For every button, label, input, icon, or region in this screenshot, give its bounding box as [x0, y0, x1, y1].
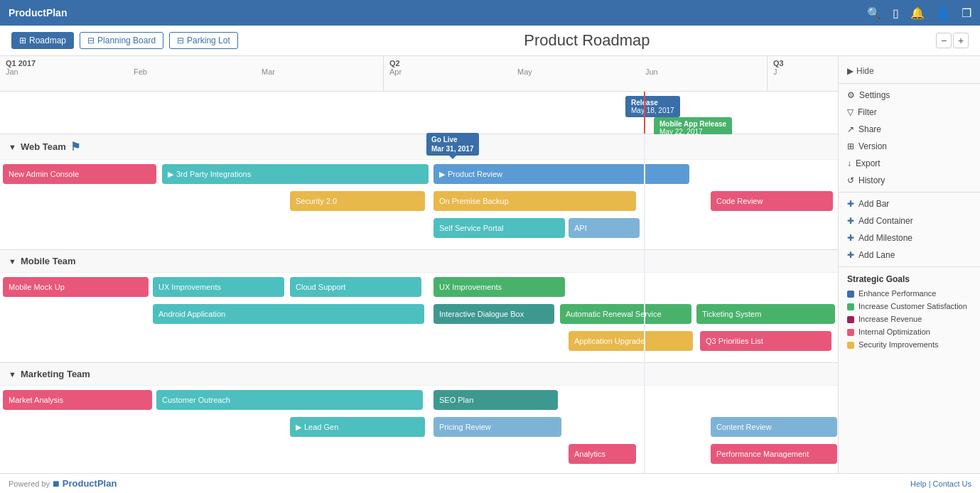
hide-arrow-icon: ▶: [847, 66, 854, 76]
mobile-row-1: Mobile Mock Up UX Improvements Cloud Sup…: [0, 277, 838, 301]
zoom-out-button[interactable]: −: [936, 33, 952, 48]
goal-revenue-label: Increase Revenue: [858, 315, 922, 323]
mobile-team-header[interactable]: ▼ Mobile Team Go Live Mar 31, 2017: [0, 250, 838, 273]
add-milestone-icon: ✚: [847, 233, 854, 243]
swim-lane-marketing-team: ▼ Marketing Team Market Analysis Custome…: [0, 363, 838, 473]
add-container-item[interactable]: ✚ Add Container: [839, 212, 980, 229]
mobile-team-grid: Mobile Mock Up UX Improvements Cloud Sup…: [0, 273, 838, 362]
product-review-bar[interactable]: ▶Product Review: [434, 164, 689, 184]
analytics-bar[interactable]: Analytics: [569, 444, 636, 464]
pricing-review-bar[interactable]: Pricing Review: [434, 417, 561, 437]
ux-improvements-2-bar[interactable]: UX Improvements: [434, 277, 565, 297]
filter-label: Filter: [858, 107, 877, 117]
panel-divider-2: [839, 192, 980, 193]
add-bar-label: Add Bar: [858, 199, 889, 209]
version-label: Version: [858, 141, 887, 151]
version-icon: ⊞: [847, 141, 854, 151]
goal-internal-optimization: Internal Optimization: [839, 325, 980, 338]
tab-parking-lot[interactable]: ⊟ Parking Lot: [169, 32, 238, 49]
settings-item[interactable]: ⚙ Settings: [839, 87, 980, 104]
android-application-bar[interactable]: Android Application: [153, 304, 424, 324]
hide-panel-button[interactable]: ▶ Hide: [839, 62, 980, 80]
filter-icon: ▽: [847, 107, 854, 117]
goal-enhance-performance: Enhance Performance: [839, 287, 980, 300]
tab-roadmap[interactable]: ⊞ Roadmap: [11, 32, 74, 49]
marketing-row-2: ▶Lead Gen Pricing Review Content Review: [0, 417, 838, 441]
history-icon: ↺: [847, 175, 854, 185]
goal-dot-blue: [847, 291, 854, 298]
tab-planning-board[interactable]: ⊟ Planning Board: [80, 32, 163, 49]
seo-plan-bar[interactable]: SEO Plan: [434, 390, 558, 410]
web-row-2: Security 2.0 On Premise Backup Code Revi…: [0, 191, 838, 215]
cloud-support-bar[interactable]: Cloud Support: [290, 277, 421, 297]
add-container-label: Add Container: [858, 216, 913, 226]
export-label: Export: [856, 158, 881, 168]
filter-item[interactable]: ▽ Filter: [839, 104, 980, 121]
lead-gen-bar[interactable]: ▶Lead Gen: [290, 417, 425, 437]
q2-label: Q2: [389, 59, 761, 67]
self-service-portal-bar[interactable]: Self Service Portal: [434, 218, 565, 238]
planning-board-tab-icon: ⊟: [87, 36, 95, 45]
version-item[interactable]: ⊞ Version: [839, 138, 980, 155]
on-premise-backup-bar[interactable]: On Premise Backup: [434, 191, 636, 211]
add-lane-item[interactable]: ✚ Add Lane: [839, 246, 980, 264]
jan-label: Jan: [6, 67, 134, 76]
content-review-bar[interactable]: Content Review: [711, 417, 837, 437]
new-admin-console-bar[interactable]: New Admin Console: [3, 164, 156, 184]
add-bar-icon: ✚: [847, 199, 854, 209]
user-icon[interactable]: 👤: [936, 6, 950, 20]
marketing-team-header[interactable]: ▼ Marketing Team: [0, 363, 838, 386]
timeline-header: Q1 2017 Jan Feb Mar Q2 Apr May J: [0, 56, 838, 92]
ux-improvements-1-bar[interactable]: UX Improvements: [153, 277, 284, 297]
mobile-mockup-bar[interactable]: Mobile Mock Up: [3, 277, 149, 297]
collapse-icon: ▼: [9, 143, 16, 151]
automatic-renewal-service-bar[interactable]: Automatic Renewal Service: [560, 304, 691, 324]
goal-increase-customer-satisfaction: Increase Customer Satisfaction: [839, 300, 980, 313]
market-analysis-bar[interactable]: Market Analysis: [3, 390, 152, 410]
application-upgrade-bar[interactable]: Application Upgrade: [569, 331, 693, 351]
swim-lane-mobile-team: ▼ Mobile Team Go Live Mar 31, 2017 Mobil…: [0, 250, 838, 363]
mobile-row-2: Android Application Interactive Dialogue…: [0, 304, 838, 328]
panel-divider-3: [839, 266, 980, 267]
release-marker: Release May 18, 2017: [625, 96, 680, 117]
export-item[interactable]: ↓ Export: [839, 155, 980, 172]
add-lane-icon: ✚: [847, 250, 854, 260]
mobile-team-label: Mobile Team: [21, 256, 76, 266]
add-bar-item[interactable]: ✚ Add Bar: [839, 195, 980, 212]
q3-label: Q3: [773, 59, 838, 67]
bell-icon[interactable]: 🔔: [910, 6, 925, 20]
goal-security-improvements: Security Improvements: [839, 338, 980, 351]
search-icon[interactable]: 🔍: [867, 6, 881, 20]
release-area: Release May 18, 2017 Mobile App Release …: [0, 92, 838, 134]
share-item[interactable]: ↗ Share: [839, 121, 980, 138]
main-wrapper: ⊞ Roadmap ⊟ Planning Board ⊟ Parking Lot…: [0, 26, 980, 473]
security-20-bar[interactable]: Security 2.0: [290, 191, 425, 211]
subnav: ⊞ Roadmap ⊟ Planning Board ⊟ Parking Lot…: [0, 26, 980, 56]
interactive-dialogue-box-bar[interactable]: Interactive Dialogue Box: [434, 304, 554, 324]
add-milestone-item[interactable]: ✚ Add Milestone: [839, 229, 980, 246]
performance-management-bar[interactable]: Performance Management: [711, 444, 837, 464]
zoom-in-button[interactable]: +: [953, 33, 969, 48]
web-row-1: New Admin Console ▶3rd Party Integration…: [0, 164, 838, 188]
expand-icon[interactable]: ❐: [962, 6, 971, 20]
ticketing-system-bar[interactable]: Ticketing System: [696, 304, 835, 324]
customer-outreach-bar[interactable]: Customer Outreach: [156, 390, 423, 410]
history-item[interactable]: ↺ History: [839, 172, 980, 189]
api-bar[interactable]: API: [569, 218, 640, 238]
web-team-label: Web Team: [21, 141, 66, 152]
web-row-3: Self Service Portal API: [0, 218, 838, 242]
q1-label: Q1 2017: [6, 59, 377, 67]
3rd-party-integrations-bar[interactable]: ▶3rd Party Integrations: [162, 164, 429, 184]
right-panel: ▶ Hide ⚙ Settings ▽ Filter ↗ Share ⊞ Ver…: [838, 56, 980, 473]
web-team-header[interactable]: ▼ Web Team ⚑: [0, 134, 838, 160]
goal-customer-satisfaction-label: Increase Customer Satisfaction: [858, 302, 967, 310]
goal-dot-pink: [847, 329, 854, 336]
q3-priorities-list-bar[interactable]: Q3 Priorities List: [700, 331, 831, 351]
marketing-team-grid: Market Analysis Customer Outreach SEO Pl…: [0, 386, 838, 473]
goal-dot-green: [847, 303, 854, 310]
code-review-bar[interactable]: Code Review: [711, 191, 833, 211]
nav-icons: 🔍 ▯ 🔔 👤 ❐: [867, 6, 971, 20]
settings-label: Settings: [859, 90, 890, 100]
layers-icon[interactable]: ▯: [893, 6, 899, 20]
mobile-collapse-icon: ▼: [9, 257, 16, 266]
